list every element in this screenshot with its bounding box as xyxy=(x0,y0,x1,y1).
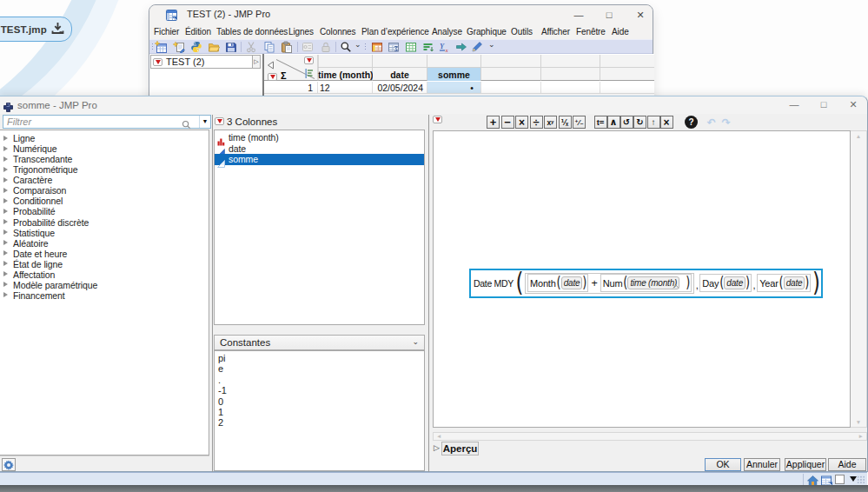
ok-button[interactable]: OK xyxy=(705,458,741,471)
close-button[interactable]: ✕ xyxy=(840,96,866,113)
columns-red-triangle-button[interactable] xyxy=(304,57,314,64)
expand-arrow-icon[interactable] xyxy=(3,219,8,224)
expand-arrow-icon[interactable] xyxy=(3,136,8,141)
gear-button[interactable] xyxy=(2,458,16,471)
row-number-cell[interactable]: 1 xyxy=(264,82,318,94)
columns-red-triangle-button[interactable] xyxy=(215,117,224,125)
menu-aide[interactable]: Aide xyxy=(612,26,629,39)
panel-splitter[interactable] xyxy=(212,115,213,473)
expand-arrow-icon[interactable] xyxy=(3,292,8,297)
column-item[interactable]: date xyxy=(215,143,424,154)
horizontal-scrollbar[interactable]: ◄► xyxy=(433,432,867,441)
column-header-somme[interactable]: somme xyxy=(427,55,481,81)
toolbar-icon-python[interactable] xyxy=(190,41,202,53)
menu-edition[interactable]: Édition xyxy=(185,26,211,39)
function-category[interactable]: Transcendante xyxy=(0,154,209,164)
redo-button[interactable]: ↷ xyxy=(719,116,732,129)
toolbar-icon-paste[interactable] xyxy=(281,41,293,53)
expand-arrow-icon[interactable] xyxy=(3,188,8,193)
expand-arrow-icon[interactable] xyxy=(3,167,8,172)
expand-arrow-icon[interactable] xyxy=(3,250,8,256)
function-category[interactable]: Caractère xyxy=(0,175,209,185)
columns-list-icon[interactable] xyxy=(305,66,314,82)
function-category[interactable]: Modèle paramétrique xyxy=(0,280,209,290)
toolbar-icon-save[interactable] xyxy=(225,41,237,53)
toolbar-icon-options-disabled[interactable] xyxy=(301,41,314,53)
preview-expander-icon[interactable]: ▷ xyxy=(434,443,440,452)
status-checkbox[interactable] xyxy=(835,475,845,484)
vertical-scrollbar[interactable]: ▲▼ xyxy=(851,130,867,428)
menu-analyse[interactable]: Analyse xyxy=(432,26,462,39)
function-category[interactable]: Date et heure xyxy=(0,249,209,259)
date-arg-chip[interactable]: date xyxy=(724,276,745,289)
rotate-terms-button[interactable]: ↺ xyxy=(620,116,633,129)
cancel-button[interactable]: Annuler xyxy=(744,458,780,471)
toolbar-icon-pen[interactable] xyxy=(471,41,483,53)
formula-window-titlebar[interactable]: somme - JMP Pro — □ ✕ xyxy=(0,96,867,114)
date-arg-chip[interactable]: date xyxy=(784,276,805,289)
toolbar-icon-dtable[interactable] xyxy=(371,41,383,53)
maximize-button[interactable]: □ xyxy=(811,96,837,113)
year-term-box[interactable]: Year ( date ) xyxy=(757,274,811,292)
minimize-button[interactable]: — xyxy=(566,6,592,23)
maximize-button[interactable]: □ xyxy=(596,6,622,23)
constant-item[interactable]: e xyxy=(218,363,427,374)
insert-divide-button[interactable]: ÷ xyxy=(530,116,543,129)
insert-plus-button[interactable]: + xyxy=(487,116,500,129)
expand-arrow-icon[interactable] xyxy=(3,261,8,266)
toolbar-icon-arrow[interactable] xyxy=(455,41,467,53)
function-category[interactable]: Numérique xyxy=(0,143,209,154)
help-button[interactable]: Aide xyxy=(828,458,866,471)
expand-arrow-icon[interactable] xyxy=(3,229,8,235)
function-category[interactable]: Affectation xyxy=(0,269,209,280)
help-button[interactable]: ? xyxy=(685,116,698,129)
filter-input[interactable]: Filtrer ▼ xyxy=(3,115,211,129)
preview-button[interactable]: Aperçu xyxy=(441,442,479,455)
plus-operator[interactable]: + xyxy=(589,277,599,289)
expand-arrow-icon[interactable] xyxy=(3,146,8,151)
function-category[interactable]: Ligne xyxy=(0,133,209,143)
status-dropdown-icon[interactable] xyxy=(850,476,857,482)
filter-dropdown-icon[interactable]: ▼ xyxy=(199,116,210,128)
table-red-triangle-button[interactable] xyxy=(153,58,162,66)
toolbar-icon-lock-disabled[interactable] xyxy=(320,41,332,53)
constant-item[interactable]: . xyxy=(218,375,427,385)
rows-red-triangle-button[interactable] xyxy=(268,73,277,81)
cell-somme[interactable]: • xyxy=(427,82,481,94)
column-header-date[interactable]: date xyxy=(373,55,427,81)
menu-lignes[interactable]: Lignes xyxy=(288,26,314,39)
resize-grip[interactable] xyxy=(857,475,865,484)
constant-item[interactable]: 0 xyxy=(218,396,427,407)
function-category[interactable]: Comparaison xyxy=(0,185,209,196)
sum-term-box[interactable]: Month ( date ) + Num ( time (month) ) xyxy=(525,273,694,294)
download-chip[interactable]: TEST.jmp xyxy=(0,17,72,42)
menu-fichier[interactable]: Fichier xyxy=(154,26,179,39)
function-category[interactable]: Probabilité discrète xyxy=(0,217,209,228)
boxing-button[interactable]: ↑ xyxy=(647,116,660,129)
menu-colonnes[interactable]: Colonnes xyxy=(320,26,355,39)
constant-item[interactable]: -1 xyxy=(218,385,427,396)
swap-terms-button[interactable]: ↻ xyxy=(633,116,646,129)
menu-afficher[interactable]: Afficher xyxy=(541,26,570,39)
function-category[interactable]: Aléatoire xyxy=(0,238,209,249)
toolbar-icon-open[interactable] xyxy=(208,41,220,53)
panel-expander-icon[interactable]: ▷ xyxy=(252,56,260,68)
formula-editor-window[interactable]: somme - JMP Pro — □ ✕ Filtrer ▼ LigneNum… xyxy=(0,96,868,472)
toggle-sign-button[interactable]: ⁺⁄₋ xyxy=(573,116,586,129)
day-term-box[interactable]: Day ( date ) xyxy=(699,274,752,292)
menu-fenetre[interactable]: Fenêtre xyxy=(576,26,606,39)
expand-arrow-icon[interactable] xyxy=(3,198,8,203)
peel-expression-button[interactable]: ∧ xyxy=(607,116,620,129)
grid-corner[interactable]: Σ xyxy=(264,55,318,81)
toolbar-icon-new-table[interactable] xyxy=(155,41,167,53)
expand-arrow-icon[interactable] xyxy=(3,156,8,162)
num-term-box[interactable]: Num ( time (month) ) xyxy=(600,274,692,292)
panel-splitter[interactable] xyxy=(428,115,429,473)
toolbar-dropdown-icon[interactable]: ⌄ xyxy=(488,40,495,49)
function-category[interactable]: Statistique xyxy=(0,228,209,238)
insert-power-button[interactable]: xʸ xyxy=(544,116,557,129)
menu-outils[interactable]: Outils xyxy=(511,26,533,39)
function-category[interactable]: Financement xyxy=(0,290,209,301)
menu-plan-dexperience[interactable]: Plan d’expérience xyxy=(361,26,429,39)
function-category[interactable]: Trigonométrique xyxy=(0,164,209,175)
